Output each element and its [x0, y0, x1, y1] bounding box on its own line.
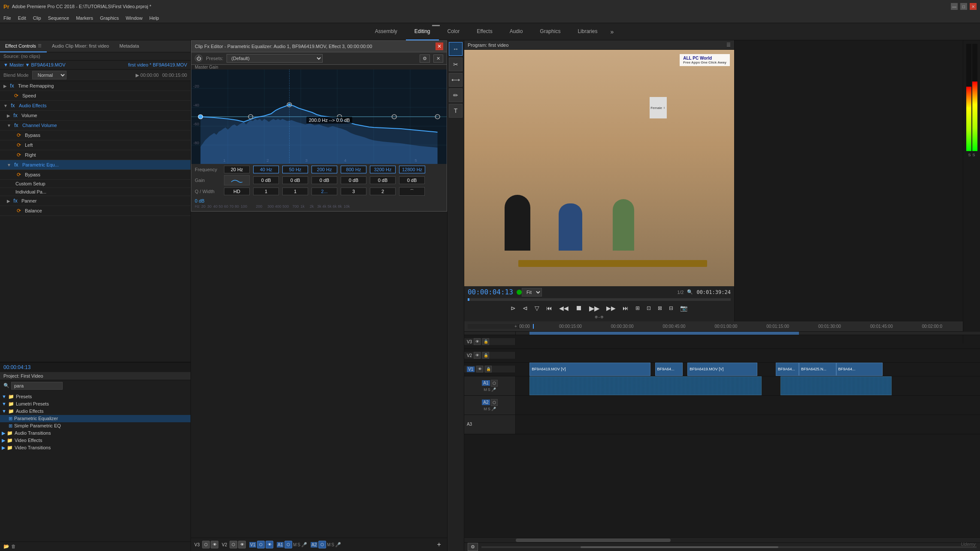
tab-graphics[interactable]: Graphics: [531, 23, 569, 40]
v2-track-content[interactable]: [516, 349, 980, 362]
zoom-bar[interactable]: [481, 546, 977, 548]
v2-lock-btn[interactable]: 🔒: [482, 352, 489, 359]
a1-m-label[interactable]: M: [484, 388, 487, 392]
menu-help[interactable]: Help: [149, 15, 159, 21]
a2-eye-btn[interactable]: ⬡: [491, 399, 498, 406]
mark-out-btn[interactable]: ⊲: [521, 304, 529, 312]
menu-edit[interactable]: Edit: [18, 15, 26, 21]
fx-panner[interactable]: ▶ fx Panner: [0, 196, 191, 206]
tree-presets[interactable]: ▼ 📁 Presets: [0, 393, 191, 400]
v1-clip-1[interactable]: BF9A6419.MOV [V]: [529, 363, 650, 376]
timeline-scrollbar[interactable]: [464, 537, 980, 542]
settings-btn[interactable]: ⚙: [468, 543, 478, 551]
delete-icon[interactable]: 🗑: [11, 544, 16, 549]
a2-m-btn[interactable]: M: [327, 542, 330, 547]
v2-toggle-btn[interactable]: ⬡: [230, 541, 237, 548]
fx-balance[interactable]: ⟳ Balance: [0, 206, 191, 216]
a1-s-btn[interactable]: S: [297, 542, 300, 547]
gain-0db-3[interactable]: 0 dB: [312, 176, 337, 184]
eq-graph[interactable]: -20 -40 -60 -80 1 2 3 4 5: [191, 70, 447, 164]
tab-metadata[interactable]: Metadata: [114, 40, 144, 52]
v1-clip-3[interactable]: BF9A6419.MOV [V]: [687, 363, 757, 376]
overwrite-btn[interactable]: ⊡: [645, 304, 653, 312]
v3-track-content[interactable]: [516, 335, 980, 348]
text-tool-btn[interactable]: T: [449, 104, 463, 118]
fx-time-remapping[interactable]: ▶ fx Time Remapping: [0, 81, 191, 91]
menu-graphics[interactable]: Graphics: [100, 15, 119, 21]
gain-0db-4[interactable]: 0 dB: [341, 176, 366, 184]
v1-toggle-btn[interactable]: ⬡: [257, 541, 265, 548]
a2-s-btn[interactable]: S: [331, 542, 334, 547]
v1-eye-btn[interactable]: 👁: [266, 541, 273, 548]
tree-video-transitions[interactable]: ▶ 📁 Video Transitions: [0, 444, 191, 451]
fx-speed[interactable]: ⟳ Speed: [0, 91, 191, 101]
a1-eye-btn[interactable]: ⬡: [491, 380, 498, 387]
tree-lumetri[interactable]: ▼ 📁 Lumetri Presets: [0, 400, 191, 408]
menu-markers[interactable]: Markers: [76, 15, 93, 21]
v3-toggle-btn[interactable]: ⬡: [202, 541, 210, 548]
tab-assembly[interactable]: Assembly: [366, 23, 406, 40]
fit-select[interactable]: Fit: [522, 288, 542, 297]
fx-individual-params[interactable]: Individual Pa...: [0, 188, 191, 196]
close-settings-icon[interactable]: ✕: [433, 54, 443, 63]
step-fwd-btn[interactable]: ▶▶: [605, 304, 617, 312]
tab-effects[interactable]: Effects: [468, 23, 501, 40]
add-marker-btn[interactable]: ▽: [533, 304, 541, 312]
freq-3200hz[interactable]: 3200 Hz: [370, 166, 396, 173]
q-1-2[interactable]: 1: [282, 188, 308, 195]
maximize-btn[interactable]: □: [960, 3, 967, 10]
playback-bar[interactable]: [468, 298, 731, 301]
a1-clip-2[interactable]: [780, 376, 892, 395]
freq-50hz[interactable]: 50 Hz: [282, 166, 308, 173]
power-btn[interactable]: ⏻: [195, 54, 203, 62]
v2-eye-btn[interactable]: 👁: [474, 352, 481, 359]
ripple-tool-btn[interactable]: ⟷: [449, 73, 463, 87]
fx-bypass-ch[interactable]: ⟳ Bypass: [0, 130, 191, 140]
a1-toggle-btn[interactable]: ⬡: [284, 541, 292, 548]
extract-btn[interactable]: ⊟: [667, 304, 675, 312]
a1-track-content[interactable]: [516, 376, 980, 395]
clip-fx-close-btn[interactable]: ✕: [436, 42, 443, 50]
master-dropdown[interactable]: ▼ Master ▼ BF9A6419.MOV: [3, 62, 66, 67]
v2-eye-btn[interactable]: 👁: [238, 541, 246, 548]
pen-tool-btn[interactable]: ✏: [449, 88, 463, 102]
audio-effects-section[interactable]: ▼ fx Audio Effects: [0, 101, 191, 111]
q-hd[interactable]: HD: [224, 188, 250, 195]
gain-0db-6[interactable]: 0 dB: [399, 176, 425, 184]
v1-clip-2[interactable]: BF9A64...: [655, 363, 683, 376]
gain-0db-1[interactable]: 0 dB: [253, 176, 279, 184]
v1-clip-6[interactable]: BF9A64...: [836, 363, 883, 376]
fx-custom-setup[interactable]: Custom Setup: [0, 180, 191, 188]
mark-in-btn[interactable]: ⊳: [509, 304, 517, 312]
step-back-btn[interactable]: ◀◀: [557, 304, 570, 312]
tab-editing[interactable]: Editing: [406, 23, 439, 40]
freq-200hz[interactable]: 200 Hz: [312, 166, 337, 173]
a2-s-label[interactable]: S: [488, 407, 490, 411]
gain-0db-2[interactable]: 0 dB: [282, 176, 308, 184]
insert-btn[interactable]: ⊞: [634, 304, 641, 312]
current-time-display[interactable]: 00:00:04:13: [468, 288, 513, 296]
search-input[interactable]: [11, 382, 63, 390]
fx-parametric-eq[interactable]: ▼ fx Parametric Equ...: [0, 160, 191, 170]
close-btn[interactable]: ✕: [970, 3, 977, 10]
more-tabs-btn[interactable]: »: [610, 28, 614, 35]
freq-12800hz[interactable]: 12800 Hz: [399, 166, 425, 173]
a2-toggle-btn[interactable]: ⬡: [318, 541, 326, 548]
menu-file[interactable]: File: [3, 15, 11, 21]
tab-audio-clip-mixer[interactable]: Audio Clip Mixer: first video: [47, 40, 114, 52]
q-band-icon[interactable]: ⌒: [399, 187, 425, 196]
tree-audio-effects[interactable]: ▼ 📁 Audio Effects: [0, 408, 191, 415]
add-track-btn[interactable]: +: [435, 540, 444, 549]
v1-eye-btn[interactable]: 👁: [476, 366, 483, 372]
v3-eye-btn[interactable]: 👁: [474, 338, 481, 345]
gain-val-1[interactable]: [224, 175, 250, 185]
v1-track-content[interactable]: BF9A6419.MOV [V] BF9A64... BF9A6419.MOV …: [516, 363, 980, 376]
tab-libraries[interactable]: Libraries: [569, 23, 606, 40]
new-bin-icon[interactable]: 📂: [3, 544, 9, 549]
tab-audio[interactable]: Audio: [501, 23, 532, 40]
play-btn[interactable]: ▶▶: [587, 303, 601, 313]
freq-800hz[interactable]: 800 Hz: [341, 166, 366, 173]
v1-clip-5[interactable]: BF9A6425.N...: [799, 363, 836, 376]
q-3[interactable]: 3: [341, 188, 366, 195]
scrollbar-thumb[interactable]: [516, 539, 671, 542]
